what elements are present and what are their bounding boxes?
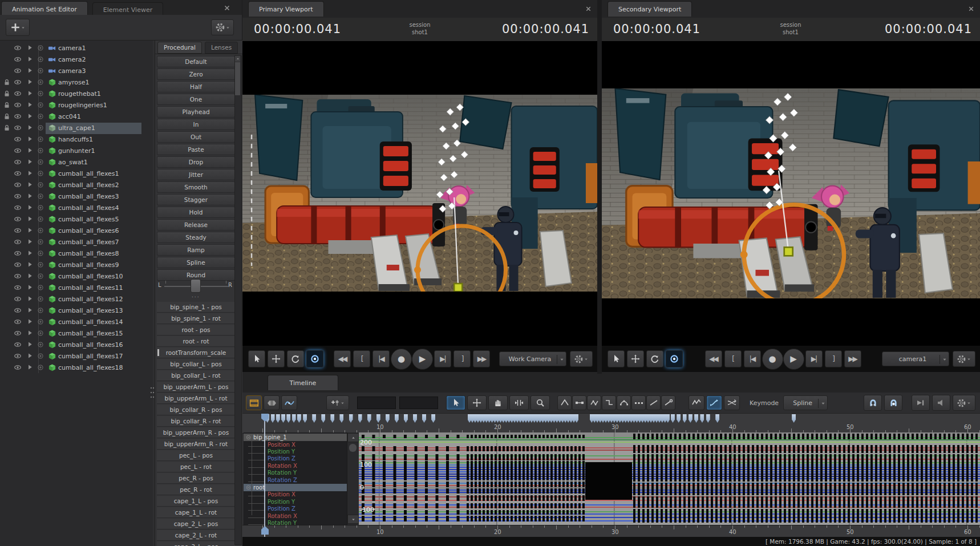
interp-handles-button[interactable]: [617, 395, 631, 410]
fast-forward-button[interactable]: ▶▶: [844, 350, 861, 367]
visibility-eye-icon[interactable]: [14, 352, 23, 361]
tree-row[interactable]: cumball_all_flexes12: [0, 294, 153, 305]
bone-channel-row[interactable]: pec_R - rot: [157, 484, 235, 495]
select-tool-button[interactable]: [248, 350, 265, 367]
visibility-eye-icon[interactable]: [14, 272, 23, 281]
bone-channel-row[interactable]: bip_upperArm_R - rot: [157, 439, 235, 450]
visibility-eye-icon[interactable]: [14, 341, 23, 350]
visibility-eye-icon[interactable]: [14, 67, 23, 76]
expand-arrow-icon[interactable]: [26, 363, 35, 373]
bookmark-marker[interactable]: [683, 414, 687, 423]
expand-arrow-icon[interactable]: [26, 101, 35, 110]
visibility-eye-icon[interactable]: [14, 147, 23, 156]
expand-plus-icon[interactable]: [37, 44, 46, 53]
tree-row[interactable]: rougethebat1: [0, 88, 153, 100]
preset-button-out[interactable]: Out: [157, 131, 235, 143]
visibility-eye-icon[interactable]: [14, 55, 23, 64]
expand-plus-icon[interactable]: [37, 101, 46, 110]
clip-start-bracket-button[interactable]: [: [353, 350, 370, 367]
channel-row[interactable]: Rotation X: [244, 513, 347, 520]
expand-plus-icon[interactable]: [37, 112, 46, 122]
bookmark-marker[interactable]: [574, 414, 578, 423]
scale-time-tool-button[interactable]: [509, 395, 529, 410]
timeline-gear-button[interactable]: [953, 395, 975, 411]
visibility-eye-icon[interactable]: [14, 124, 23, 133]
expand-plus-icon[interactable]: [37, 67, 46, 76]
bookmark-marker[interactable]: [715, 414, 719, 423]
tree-row[interactable]: cumball_all_flexes2: [0, 180, 153, 191]
bookmark-marker[interactable]: [404, 414, 408, 423]
move-tool-button[interactable]: [268, 350, 285, 367]
visibility-eye-icon[interactable]: [14, 318, 23, 327]
bone-channel-row[interactable]: cape_2_L - rot: [157, 530, 235, 541]
expand-arrow-icon[interactable]: [26, 341, 35, 350]
tree-row[interactable]: cumball_all_flexes1: [0, 168, 153, 180]
panel-splitter-handle[interactable]: [149, 386, 155, 403]
secondary-viewport-canvas[interactable]: [602, 41, 980, 346]
preset-button-stagger[interactable]: Stagger: [157, 194, 235, 205]
go-to-start-button[interactable]: |◀: [372, 350, 390, 367]
channel-row[interactable]: Position X: [244, 442, 347, 449]
bone-channel-row[interactable]: cape_3_L - pos: [157, 541, 235, 546]
expand-plus-icon[interactable]: [37, 158, 46, 167]
bookmark-marker[interactable]: [689, 414, 693, 423]
rotate-tool-button[interactable]: [287, 350, 304, 367]
tree-row[interactable]: cumball_all_flexes13: [0, 305, 153, 317]
visibility-eye-icon[interactable]: [14, 295, 23, 304]
visibility-eye-icon[interactable]: [14, 249, 23, 258]
expand-plus-icon[interactable]: [37, 341, 46, 350]
expand-arrow-icon[interactable]: [26, 78, 35, 87]
preset-button-spline[interactable]: Spline: [157, 257, 235, 268]
motion-editor-mode-button[interactable]: [264, 395, 280, 410]
bookmark-marker[interactable]: [271, 414, 275, 423]
channel-row[interactable]: Position X: [244, 491, 347, 499]
expand-arrow-icon[interactable]: [26, 135, 35, 144]
play-button[interactable]: ▶: [783, 349, 804, 370]
clip-end-bracket-button[interactable]: ]: [453, 350, 471, 367]
bone-channel-row[interactable]: bip_upperArm_R - pos: [157, 427, 235, 438]
tree-row[interactable]: handcuffs1: [0, 134, 153, 145]
tab-animation-set-editor[interactable]: Animation Set Editor: [1, 1, 88, 17]
bookmark-marker[interactable]: [367, 414, 371, 423]
tree-row[interactable]: cumball_all_flexes11: [0, 282, 153, 294]
bookmark-marker[interactable]: [422, 414, 426, 423]
channel-group-header[interactable]: bip_spine_1: [244, 434, 347, 441]
preset-button-default[interactable]: Default: [157, 56, 235, 67]
move-tool-button[interactable]: [467, 395, 487, 410]
expand-arrow-icon[interactable]: [26, 169, 35, 179]
expand-arrow-icon[interactable]: [26, 215, 35, 224]
bookmark-marker[interactable]: [694, 414, 698, 423]
bookmark-marker[interactable]: [376, 414, 380, 423]
record-preview-button[interactable]: [666, 350, 683, 367]
expand-arrow-icon[interactable]: [26, 284, 35, 293]
play-button[interactable]: ▶: [412, 349, 433, 370]
expand-arrow-icon[interactable]: [26, 112, 35, 122]
select-tool-button[interactable]: [446, 395, 465, 410]
visibility-eye-icon[interactable]: [14, 90, 23, 99]
rewind-button[interactable]: ◀◀: [334, 350, 351, 367]
preset-button-jitter[interactable]: Jitter: [157, 169, 235, 180]
interp-step-button[interactable]: [602, 395, 616, 410]
viewport-gear-button[interactable]: [953, 351, 975, 367]
expand-plus-icon[interactable]: [37, 261, 46, 270]
preset-button-release[interactable]: Release: [157, 219, 235, 230]
visibility-eye-icon[interactable]: [14, 215, 23, 224]
go-to-playhead-button[interactable]: [912, 395, 930, 411]
snap-keys-button[interactable]: [864, 395, 882, 411]
visibility-eye-icon[interactable]: [14, 158, 23, 167]
interp-zigzag-button[interactable]: [587, 395, 601, 410]
scrollbar-thumb[interactable]: [235, 62, 240, 95]
go-to-end-button[interactable]: ▶|: [805, 350, 823, 367]
interp-dashed-button[interactable]: [631, 395, 646, 410]
scroll-down-button[interactable]: [347, 515, 359, 524]
close-icon[interactable]: [584, 4, 593, 13]
tree-row[interactable]: cumball_all_flexes6: [0, 225, 153, 237]
bookmark-marker[interactable]: [281, 414, 285, 423]
bookmark-marker[interactable]: [339, 414, 343, 423]
preset-button-one[interactable]: One: [157, 94, 235, 105]
tree-row[interactable]: camera1: [0, 43, 153, 54]
tree-row[interactable]: camera2: [0, 54, 153, 66]
slider-handle[interactable]: [191, 279, 201, 293]
bone-channel-row[interactable]: rootTransform_scale: [157, 347, 235, 358]
curve-mode-linear-button[interactable]: [689, 395, 704, 410]
